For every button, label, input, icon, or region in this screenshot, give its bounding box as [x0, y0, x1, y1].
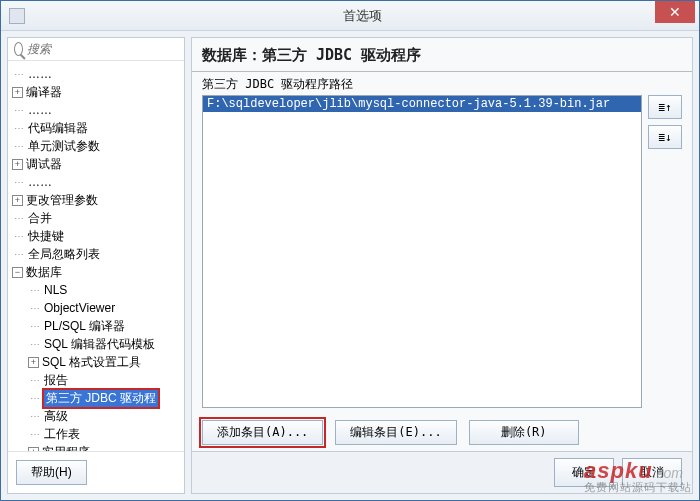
- tree-dots-icon: ⋯: [28, 393, 42, 404]
- tree-dots-icon: ⋯: [12, 249, 26, 260]
- expand-toggle-icon[interactable]: +: [12, 159, 23, 170]
- search-row: [8, 38, 184, 61]
- add-entry-button[interactable]: 添加条目(A)...: [202, 420, 323, 445]
- tree-dots-icon: ⋯: [12, 177, 26, 188]
- window-title: 首选项: [33, 7, 691, 25]
- tree-node-label: NLS: [44, 283, 67, 297]
- tree-node[interactable]: ⋯高级: [8, 407, 184, 425]
- main-area: ⋯……+编译器⋯……⋯代码编辑器⋯单元测试参数+调试器⋯……+更改管理参数⋯合并…: [1, 31, 699, 500]
- tree-node-label: ……: [28, 103, 52, 117]
- tree-node[interactable]: ⋯……: [8, 173, 184, 191]
- tree-dots-icon: ⋯: [28, 303, 42, 314]
- left-footer: 帮助(H): [8, 451, 184, 493]
- help-button[interactable]: 帮助(H): [16, 460, 87, 485]
- tree-node-label: SQL 格式设置工具: [42, 354, 141, 371]
- preferences-dialog: 首选项 ✕ ⋯……+编译器⋯……⋯代码编辑器⋯单元测试参数+调试器⋯……+更改管…: [0, 0, 700, 501]
- tree-node[interactable]: ⋯全局忽略列表: [8, 245, 184, 263]
- tree-node-label: 高级: [44, 408, 68, 425]
- tree-node[interactable]: ⋯……: [8, 101, 184, 119]
- cancel-button[interactable]: 取消: [622, 458, 682, 487]
- tree-node-label: PL/SQL 编译器: [44, 318, 125, 335]
- tree-node[interactable]: ⋯单元测试参数: [8, 137, 184, 155]
- reorder-buttons: ≣↑ ≣↓: [648, 95, 682, 408]
- move-down-button[interactable]: ≣↓: [648, 125, 682, 149]
- tree-dots-icon: ⋯: [28, 285, 42, 296]
- tree-node[interactable]: ⋯NLS: [8, 281, 184, 299]
- tree-dots-icon: ⋯: [28, 321, 42, 332]
- tree-node-label: 数据库: [26, 264, 62, 281]
- tree-node[interactable]: ⋯工作表: [8, 425, 184, 443]
- tree-node-label: 单元测试参数: [28, 138, 100, 155]
- tree-node-label: 编译器: [26, 84, 62, 101]
- tree-node[interactable]: +调试器: [8, 155, 184, 173]
- tree-dots-icon: ⋯: [12, 213, 26, 224]
- search-icon: [14, 42, 23, 56]
- tree-node[interactable]: +实用程序: [8, 443, 184, 451]
- tree-dots-icon: ⋯: [12, 141, 26, 152]
- preferences-tree[interactable]: ⋯……+编译器⋯……⋯代码编辑器⋯单元测试参数+调试器⋯……+更改管理参数⋯合并…: [8, 61, 184, 451]
- titlebar: 首选项 ✕: [1, 1, 699, 31]
- tree-node[interactable]: +编译器: [8, 83, 184, 101]
- right-panel: 数据库：第三方 JDBC 驱动程序 第三方 JDBC 驱动程序路径 F:\sql…: [191, 37, 693, 494]
- panel-subheading: 第三方 JDBC 驱动程序路径: [192, 72, 692, 95]
- close-icon: ✕: [669, 4, 681, 20]
- tree-node-label: 报告: [44, 372, 68, 389]
- edit-entry-button[interactable]: 编辑条目(E)...: [335, 420, 456, 445]
- app-icon: [9, 8, 25, 24]
- tree-node[interactable]: ⋯第三方 JDBC 驱动程: [8, 389, 184, 407]
- tree-node[interactable]: ⋯ObjectViewer: [8, 299, 184, 317]
- tree-node[interactable]: +更改管理参数: [8, 191, 184, 209]
- tree-node-label: ……: [28, 175, 52, 189]
- list-item[interactable]: F:\sqldeveloper\jlib\mysql-connector-jav…: [203, 96, 641, 112]
- tree-dots-icon: ⋯: [12, 123, 26, 134]
- tree-node[interactable]: ⋯PL/SQL 编译器: [8, 317, 184, 335]
- tree-dots-icon: ⋯: [28, 429, 42, 440]
- search-input[interactable]: [27, 42, 178, 56]
- expand-toggle-icon[interactable]: −: [12, 267, 23, 278]
- tree-dots-icon: ⋯: [12, 69, 26, 80]
- expand-toggle-icon[interactable]: +: [12, 195, 23, 206]
- panel-actions: 添加条目(A)... 编辑条目(E)... 删除(R): [192, 414, 692, 451]
- panel-heading: 数据库：第三方 JDBC 驱动程序: [192, 38, 692, 72]
- tree-node-label: 工作表: [44, 426, 80, 443]
- left-panel: ⋯……+编译器⋯……⋯代码编辑器⋯单元测试参数+调试器⋯……+更改管理参数⋯合并…: [7, 37, 185, 494]
- expand-toggle-icon[interactable]: +: [12, 87, 23, 98]
- tree-node[interactable]: +SQL 格式设置工具: [8, 353, 184, 371]
- tree-node-label: 代码编辑器: [28, 120, 88, 137]
- tree-node-label: 全局忽略列表: [28, 246, 100, 263]
- tree-node-label: SQL 编辑器代码模板: [44, 336, 155, 353]
- tree-node[interactable]: ⋯……: [8, 65, 184, 83]
- tree-dots-icon: ⋯: [28, 339, 42, 350]
- close-button[interactable]: ✕: [655, 1, 695, 23]
- delete-entry-button[interactable]: 删除(R): [469, 420, 579, 445]
- move-up-button[interactable]: ≣↑: [648, 95, 682, 119]
- tree-node-label: 合并: [28, 210, 52, 227]
- tree-dots-icon: ⋯: [12, 105, 26, 116]
- tree-dots-icon: ⋯: [28, 375, 42, 386]
- tree-node-label: 更改管理参数: [26, 192, 98, 209]
- tree-node[interactable]: ⋯代码编辑器: [8, 119, 184, 137]
- tree-node[interactable]: ⋯快捷键: [8, 227, 184, 245]
- expand-toggle-icon[interactable]: +: [28, 357, 39, 368]
- tree-node[interactable]: −数据库: [8, 263, 184, 281]
- tree-node-label: ……: [28, 67, 52, 81]
- tree-node[interactable]: ⋯SQL 编辑器代码模板: [8, 335, 184, 353]
- tree-node-label: 调试器: [26, 156, 62, 173]
- tree-node-label: 第三方 JDBC 驱动程: [44, 390, 158, 407]
- tree-node-label: 实用程序: [42, 444, 90, 452]
- tree-dots-icon: ⋯: [12, 231, 26, 242]
- tree-node-label: 快捷键: [28, 228, 64, 245]
- tree-node[interactable]: ⋯报告: [8, 371, 184, 389]
- panel-body: F:\sqldeveloper\jlib\mysql-connector-jav…: [192, 95, 692, 414]
- tree-node[interactable]: ⋯合并: [8, 209, 184, 227]
- ok-button[interactable]: 确定: [554, 458, 614, 487]
- driver-path-list[interactable]: F:\sqldeveloper\jlib\mysql-connector-jav…: [202, 95, 642, 408]
- tree-dots-icon: ⋯: [28, 411, 42, 422]
- dialog-footer: 确定 取消: [192, 451, 692, 493]
- tree-node-label: ObjectViewer: [44, 301, 115, 315]
